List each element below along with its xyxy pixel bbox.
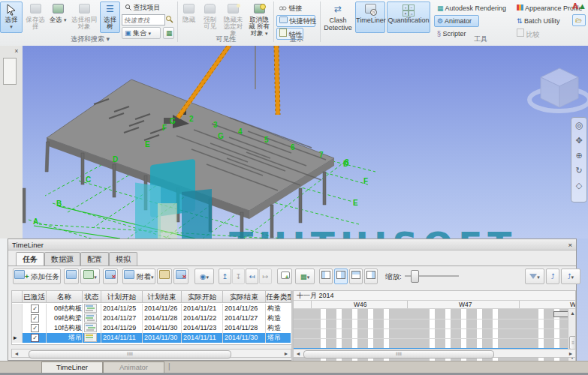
- find-items-dropdown[interactable]: ◉▾: [194, 268, 214, 284]
- orbit-icon[interactable]: ↻: [571, 163, 586, 178]
- auto-add-tasks-dropdown[interactable]: ▾: [80, 268, 100, 284]
- auto-attach-button[interactable]: [157, 268, 172, 284]
- timeliner-close-icon[interactable]: ×: [568, 239, 572, 250]
- gantt-task-bar[interactable]: [553, 311, 569, 317]
- folder-icon: 🗁: [575, 16, 582, 24]
- svg-text:G: G: [170, 117, 176, 125]
- layout-left-button[interactable]: [319, 268, 333, 284]
- select-button[interactable]: 选择 ▾: [0, 2, 23, 33]
- scroll-left-icon[interactable]: ◄: [294, 350, 302, 358]
- insert-task-button[interactable]: [64, 268, 79, 284]
- steering-wheel-icon[interactable]: ◎: [571, 118, 586, 133]
- save-selection-button[interactable]: 保存选择: [25, 2, 46, 33]
- move-down-button[interactable]: ↧: [232, 268, 245, 284]
- active-checkbox[interactable]: ✓: [31, 324, 39, 332]
- viewcube[interactable]: [529, 68, 588, 111]
- unhide-all-button[interactable]: 取消隐藏 所有对象 ▾: [246, 2, 272, 33]
- scroll-right-icon[interactable]: ►: [282, 350, 290, 358]
- table-row[interactable]: ✓08结构板2014/11/252014/11/262014/11/212014…: [12, 304, 291, 314]
- hide-button[interactable]: 隐藏: [179, 2, 198, 33]
- tab-simulate[interactable]: 模拟: [109, 252, 137, 266]
- links-button[interactable]: 链接: [276, 2, 312, 14]
- quick-properties-button[interactable]: 快捷特性: [276, 15, 315, 27]
- animator-button[interactable]: ⚙ Animator: [434, 15, 479, 27]
- select-same-button[interactable]: 选择相同对象: [70, 2, 98, 33]
- col-activated[interactable]: 已激活: [23, 291, 47, 302]
- zoom-slider-thumb[interactable]: [411, 270, 419, 283]
- col-actual-start[interactable]: 实际开始: [182, 291, 223, 302]
- viewport-3d[interactable]: A B C D E F G G D E F 2 3 4 5 6 7 8: [23, 46, 588, 238]
- layout-right-button[interactable]: [364, 268, 378, 284]
- scroll-up-icon[interactable]: ▲: [568, 309, 576, 317]
- tab-configure[interactable]: 配置: [80, 252, 109, 266]
- table-header: 已激活名称状态计划开始计划结束实际开始实际结束任务类型: [11, 290, 291, 303]
- quick-find-search-icon[interactable]: [165, 15, 173, 25]
- require-button[interactable]: 强制可见: [200, 2, 220, 33]
- collapsed-panel-handle[interactable]: [3, 58, 17, 85]
- clear-attachment-button[interactable]: ×: [173, 268, 188, 284]
- bottom-tab-animator[interactable]: Animator: [103, 362, 164, 373]
- delete-task-button[interactable]: ×: [103, 268, 118, 284]
- columns-dropdown[interactable]: ▦▾: [295, 268, 315, 284]
- active-checkbox[interactable]: ✓: [31, 314, 39, 322]
- table-row-selected[interactable]: ▸✓塔吊2014/11/112014/11/302014/11/112014/1…: [12, 333, 291, 343]
- bottom-tab-timeliner[interactable]: TimeLiner: [41, 362, 103, 373]
- tab-tasks[interactable]: 任务: [16, 252, 44, 266]
- timeliner-title-bar[interactable]: TimeLiner ×: [8, 239, 576, 250]
- scroll-right-icon[interactable]: ►: [567, 350, 574, 358]
- pan-icon[interactable]: ✥: [571, 133, 586, 148]
- add-task-button[interactable]: + 添加任务: [13, 268, 61, 284]
- timeliner-button[interactable]: ◷ TimeLiner: [355, 2, 385, 33]
- autodesk-rendering-button[interactable]: ▦ Autodesk Rendering: [434, 2, 509, 14]
- col-status[interactable]: 状态: [83, 291, 101, 302]
- scroll-thumb[interactable]: ≡: [569, 336, 576, 350]
- look-icon[interactable]: ◇: [571, 178, 586, 193]
- batch-utility-button[interactable]: ⇅ Batch Utility: [514, 15, 574, 27]
- col-planned-end[interactable]: 计划结束: [143, 291, 182, 302]
- open-folder-button[interactable]: 🗁: [572, 14, 586, 26]
- scroll-thumb[interactable]: ⦀⦀⦀: [303, 350, 494, 358]
- table-row[interactable]: ✓10结构板2014/11/292014/11/302014/11/232014…: [12, 323, 291, 333]
- attach-dropdown[interactable]: 附着▾: [122, 268, 155, 284]
- sets-manage-icon: ▦: [166, 29, 173, 37]
- scroll-left-icon[interactable]: ◄: [13, 350, 20, 358]
- select-all-button[interactable]: 全选 ▾: [47, 2, 68, 33]
- find-items-button[interactable]: 查找项目: [122, 2, 174, 14]
- move-up-button[interactable]: ↥: [219, 268, 231, 284]
- table-row[interactable]: ✓09结构梁2014/11/272014/11/282014/11/222014…: [12, 314, 291, 323]
- tab-data-sources[interactable]: 数据源: [44, 252, 80, 266]
- svg-text:D: D: [113, 155, 118, 164]
- quick-find-input[interactable]: [122, 14, 165, 26]
- select-label: 选择: [5, 16, 18, 23]
- active-checkbox[interactable]: ✓: [31, 334, 39, 342]
- col-name[interactable]: 名称: [47, 291, 83, 302]
- hide-unselected-button[interactable]: 隐藏未选定对象: [222, 2, 245, 33]
- table-horizontal-scrollbar[interactable]: ◄ ⦀⦀⦀ ►: [11, 349, 291, 358]
- filter-dropdown[interactable]: ▾: [525, 268, 544, 284]
- col-planned-start[interactable]: 计划开始: [101, 291, 143, 302]
- gantt-horizontal-scrollbar[interactable]: ◄ ⦀⦀⦀ ►: [293, 349, 576, 358]
- sets-manage-button[interactable]: ▦: [163, 27, 174, 39]
- layout-split-button[interactable]: [334, 268, 348, 284]
- select-same-icon: [77, 4, 91, 16]
- selection-tree-button[interactable]: ☰ 选择树: [100, 2, 120, 33]
- status-icon: [84, 333, 97, 342]
- comments-button[interactable]: +: [277, 268, 292, 284]
- scroll-thumb[interactable]: ⦀⦀⦀: [29, 350, 231, 358]
- export-schedule-button[interactable]: ⤴: [546, 268, 559, 284]
- col-task-type[interactable]: 任务类型: [266, 291, 291, 302]
- dock-close-icon[interactable]: ×: [12, 46, 21, 56]
- select-cursor-icon: [5, 4, 18, 16]
- zoom-icon[interactable]: ⊕: [571, 148, 586, 163]
- svg-text:E: E: [145, 140, 150, 148]
- scene-3d: A B C D E F G G D E F 2 3 4 5 6 7 8: [23, 46, 588, 238]
- layout-top-button[interactable]: [349, 268, 363, 284]
- active-checkbox[interactable]: ✓: [31, 304, 39, 313]
- group-label-select-search[interactable]: 选择和搜索 ▾: [23, 34, 158, 44]
- indent-button[interactable]: ↦: [259, 268, 272, 284]
- outdent-button[interactable]: ↤: [246, 268, 258, 284]
- col-actual-end[interactable]: 实际结束: [223, 291, 266, 302]
- export-dropdown[interactable]: ⤴▾: [561, 268, 580, 284]
- clash-detective-button[interactable]: ⇄ Clash Detective: [322, 2, 354, 33]
- quantification-button[interactable]: ＋ − × ＝ Quantification: [387, 2, 430, 33]
